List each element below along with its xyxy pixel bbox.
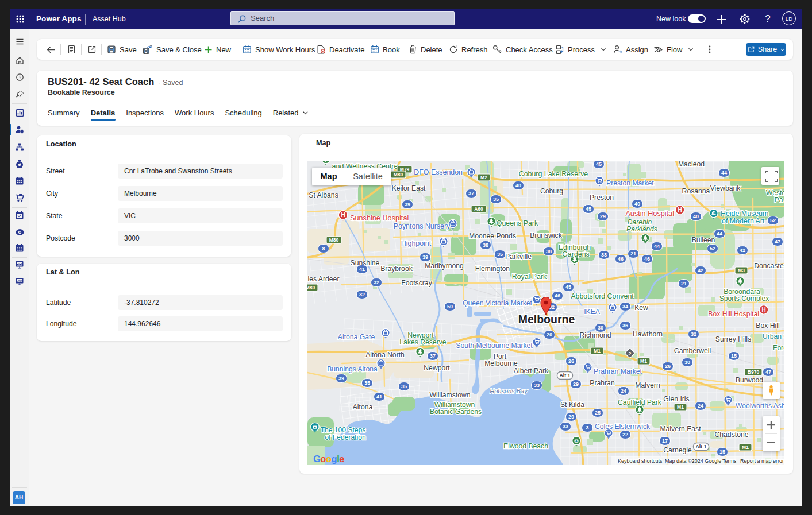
svg-text:B970: B970: [748, 369, 760, 375]
svg-text:2: 2: [628, 350, 631, 357]
svg-text:44: 44: [721, 170, 727, 176]
svg-text:Rosanna: Rosanna: [682, 187, 710, 195]
svg-text:Kew: Kew: [634, 304, 648, 312]
svg-text:Bulleen: Bulleen: [692, 236, 715, 244]
svg-text:47: 47: [775, 239, 780, 245]
svg-text:41: 41: [359, 266, 365, 272]
svg-text:Altona: Altona: [353, 403, 373, 411]
svg-text:M1: M1: [594, 348, 601, 354]
svg-text:45: 45: [565, 284, 571, 290]
svg-text:Highpoint: Highpoint: [401, 239, 432, 247]
svg-text:38: 38: [546, 249, 552, 254]
svg-text:St Albans: St Albans: [309, 191, 338, 199]
svg-text:Keyboard shortcuts: Keyboard shortcuts: [618, 458, 663, 464]
svg-text:41: 41: [376, 394, 382, 400]
svg-text:Hobsons Bay: Hobsons Bay: [490, 388, 528, 394]
svg-text:Coburg: Coburg: [540, 187, 563, 195]
svg-text:M80: M80: [394, 172, 403, 177]
svg-text:H: H: [341, 212, 345, 218]
svg-text:46: 46: [555, 293, 560, 299]
svg-text:Williamstown: Williamstown: [429, 391, 470, 399]
svg-text:34: 34: [622, 304, 628, 309]
svg-text:Urban C: Urban C: [763, 332, 784, 340]
svg-text:Fores: Fores: [773, 344, 784, 352]
svg-text:M1: M1: [640, 358, 647, 364]
svg-text:Camberwell: Camberwell: [674, 347, 711, 355]
svg-text:Satellite: Satellite: [353, 172, 383, 181]
svg-text:Newport: Newport: [424, 364, 450, 372]
svg-text:Footscray: Footscray: [401, 279, 432, 287]
svg-text:Austin Hospital: Austin Hospital: [625, 210, 674, 218]
svg-text:39: 39: [422, 254, 428, 260]
svg-text:32: 32: [691, 331, 696, 337]
svg-text:Royal Park: Royal Park: [512, 273, 547, 281]
svg-text:Altona Gate: Altona Gate: [338, 333, 375, 341]
svg-text:M3: M3: [738, 268, 745, 273]
svg-text:Moonee Ponds: Moonee Ponds: [469, 232, 516, 240]
svg-text:Gardens: Gardens: [562, 250, 590, 258]
svg-text:Terms: Terms: [722, 458, 737, 464]
svg-text:24: 24: [621, 388, 626, 394]
svg-text:Alt 1: Alt 1: [559, 373, 570, 378]
svg-text:36: 36: [622, 323, 628, 328]
svg-text:29: 29: [573, 381, 579, 387]
svg-text:Richmond: Richmond: [580, 331, 611, 339]
svg-text:35: 35: [493, 196, 499, 202]
svg-text:35: 35: [401, 384, 407, 389]
svg-text:Parklands: Parklands: [626, 225, 657, 233]
svg-text:Carnegie: Carnegie: [663, 446, 692, 454]
svg-text:Woolworths Ashw: Woolworths Ashw: [736, 402, 784, 410]
svg-text:Parkville: Parkville: [505, 253, 532, 261]
svg-text:37: 37: [430, 353, 436, 359]
svg-text:Coles Elsternwick: Coles Elsternwick: [595, 423, 651, 431]
svg-text:les Ardeer: les Ardeer: [308, 275, 340, 283]
svg-text:39: 39: [338, 375, 344, 381]
svg-text:40: 40: [634, 201, 640, 207]
svg-text:30: 30: [684, 359, 690, 365]
svg-text:The 100 Steps: The 100 Steps: [321, 426, 366, 434]
svg-text:42: 42: [740, 247, 745, 253]
svg-text:Alt 1: Alt 1: [695, 444, 706, 450]
svg-text:Google: Google: [313, 454, 344, 464]
svg-text:45: 45: [596, 161, 602, 167]
svg-text:29: 29: [568, 414, 574, 420]
svg-text:20: 20: [547, 332, 552, 338]
svg-text:South Melbourne Market: South Melbourne Market: [456, 342, 533, 350]
svg-text:Hawthorn: Hawthorn: [633, 330, 663, 338]
svg-text:Report a map error: Report a map error: [740, 458, 784, 464]
svg-text:30: 30: [598, 325, 603, 331]
svg-text:St Kilda: St Kilda: [560, 401, 584, 409]
svg-text:Prahran Market: Prahran Market: [594, 367, 642, 375]
svg-text:46: 46: [644, 256, 650, 262]
svg-text:50: 50: [447, 304, 453, 309]
svg-text:Bunnings Altona: Bunnings Altona: [327, 365, 378, 373]
svg-text:Map data ©2024 Google: Map data ©2024 Google: [665, 458, 721, 464]
svg-text:Malvern: Malvern: [635, 381, 660, 389]
svg-text:40: 40: [693, 214, 699, 219]
svg-text:M1: M1: [742, 444, 749, 450]
svg-text:A60: A60: [474, 206, 483, 212]
svg-text:M1: M1: [677, 404, 684, 410]
svg-text:Preston: Preston: [590, 193, 614, 202]
svg-text:Box Hill Hospital: Box Hill Hospital: [708, 310, 759, 318]
svg-text:Flemington: Flemington: [475, 265, 510, 273]
svg-text:24: 24: [698, 403, 703, 409]
svg-text:37: 37: [468, 191, 474, 196]
svg-text:Map: Map: [321, 172, 337, 181]
svg-text:32: 32: [374, 280, 379, 285]
svg-text:Coburg Lake Reserve: Coburg Lake Reserve: [519, 170, 588, 178]
svg-text:Surrey Hills: Surrey Hills: [715, 335, 751, 343]
svg-text:H: H: [761, 307, 765, 313]
svg-text:52: 52: [770, 218, 776, 223]
svg-text:44: 44: [717, 231, 722, 237]
svg-text:40: 40: [515, 183, 521, 188]
svg-text:26: 26: [568, 358, 574, 364]
svg-text:44: 44: [654, 243, 660, 249]
svg-text:M80: M80: [329, 237, 339, 243]
svg-text:of Federation: of Federation: [325, 433, 365, 442]
svg-text:Box Hill: Box Hill: [756, 322, 779, 330]
svg-text:29: 29: [600, 214, 606, 219]
svg-text:38: 38: [601, 252, 607, 258]
svg-text:Preston Market: Preston Market: [606, 179, 654, 187]
svg-text:45: 45: [586, 206, 591, 212]
